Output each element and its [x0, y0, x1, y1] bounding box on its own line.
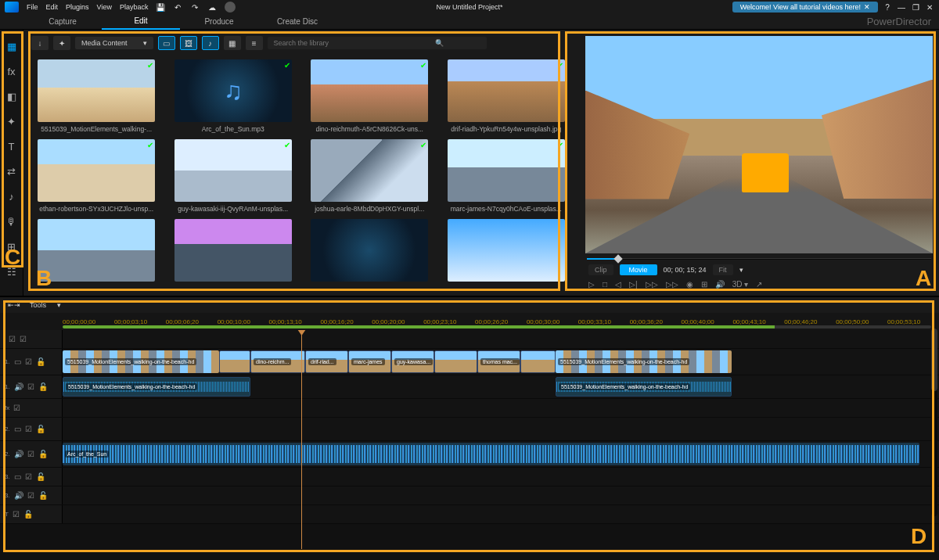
3d-dropdown[interactable]: 3D ▾	[732, 280, 749, 289]
media-thumb[interactable]	[38, 219, 155, 282]
media-item[interactable]	[168, 219, 299, 285]
timeline-clip[interactable]: thomas mac...	[477, 350, 520, 373]
track-toggle-icon[interactable]: 🔊	[14, 491, 23, 500]
track-lane[interactable]: Arc_of_the_Sun	[63, 441, 939, 467]
timeline-clip[interactable]: 5515039_MotionElements_walking-on-the-be…	[63, 377, 250, 397]
avatar-icon[interactable]	[225, 2, 236, 13]
media-thumb[interactable]: ✔	[311, 59, 428, 122]
media-thumb[interactable]	[448, 219, 565, 282]
menu-plugins[interactable]: Plugins	[66, 3, 89, 11]
timeline-ruler[interactable]: 00;00;00;0000;00;03;1000;00;06;2000;00;1…	[0, 313, 939, 330]
menu-view[interactable]: View	[97, 3, 112, 11]
timeline-clip[interactable]: 5515039_MotionElements_walking-on-the-be…	[556, 350, 732, 373]
track-toggle-icon[interactable]: ▭	[14, 472, 21, 481]
library-filter-dropdown[interactable]: Media Content ▾	[75, 37, 153, 49]
mode-movie-button[interactable]: Movie	[620, 264, 657, 275]
media-item[interactable]: ✔drif-riadh-YpkuRn54y4w-unsplash.jpg	[441, 59, 572, 133]
track-header[interactable]: 3.🔊☑🔓	[0, 486, 63, 504]
track-toggle-icon[interactable]: ☑	[27, 450, 34, 458]
filter-audio-button[interactable]: ♪	[202, 36, 219, 50]
track-toggle-icon[interactable]: 🔓	[36, 357, 45, 366]
track-toggle-icon[interactable]: ☑	[25, 357, 32, 366]
media-thumb[interactable]: ✔	[448, 59, 565, 122]
media-item[interactable]	[31, 219, 162, 285]
track-header[interactable]: 2.🔊☑🔓	[0, 441, 63, 467]
menu-edit[interactable]: Edit	[46, 3, 59, 11]
track-toggle-icon[interactable]: 🔓	[36, 425, 45, 433]
track-toggle-icon[interactable]: 🔊	[14, 450, 23, 458]
title-room-icon[interactable]: T	[5, 139, 19, 153]
timeline-clip[interactable]	[434, 350, 477, 373]
media-item[interactable]: ✔marc-james-N7cqy0hCAoE-unsplas...	[441, 139, 572, 213]
upload-icon[interactable]: ☁	[207, 2, 217, 12]
timeline-clip[interactable]	[219, 350, 250, 373]
media-thumb[interactable]: ♫✔	[174, 59, 292, 122]
prev-frame-icon[interactable]: ◁	[615, 280, 621, 289]
minimize-icon[interactable]: —	[897, 2, 906, 12]
playhead[interactable]	[301, 330, 302, 549]
help-icon[interactable]: ?	[883, 2, 892, 12]
track-toggle-icon[interactable]: ▭	[14, 357, 21, 366]
track-toggle-icon[interactable]: ☑	[25, 472, 32, 481]
timeline-clip[interactable]: marc-james	[348, 350, 391, 373]
track-header[interactable]: 1.▭☑🔓	[0, 349, 63, 375]
tab-produce[interactable]: Produce	[180, 14, 258, 29]
play-icon[interactable]: ▷	[588, 280, 595, 289]
close-icon[interactable]: ✕	[864, 3, 870, 11]
particle-room-icon[interactable]: ✦	[5, 114, 19, 128]
track-lane[interactable]	[63, 505, 939, 523]
subtitle-room-icon[interactable]: ☷	[5, 264, 19, 278]
media-item[interactable]: ✔dino-reichmuth-A5rCN8626Ck-uns...	[304, 59, 435, 133]
track-toggle-icon[interactable]: ☑	[20, 335, 27, 343]
volume-icon[interactable]: 🔊	[715, 280, 725, 289]
track-toggle-icon[interactable]: ☑	[27, 382, 34, 391]
track-lane[interactable]	[63, 468, 939, 486]
import-button[interactable]: ↓	[31, 36, 49, 50]
track-toggle-icon[interactable]: 🔊	[14, 382, 23, 391]
audio-room-icon[interactable]: ♪	[5, 189, 19, 203]
stop-icon[interactable]: □	[603, 280, 607, 289]
track-toggle-icon[interactable]: ☑	[13, 510, 20, 519]
filter-video-button[interactable]: ▭	[158, 36, 175, 50]
chevron-down-icon[interactable]: ▾	[739, 266, 743, 274]
plugin-button[interactable]: ✦	[53, 36, 70, 50]
track-toggle-icon[interactable]: 🔓	[36, 472, 45, 481]
undo-icon[interactable]: ↶	[173, 2, 182, 12]
track-toggle-icon[interactable]: 🔓	[38, 382, 48, 391]
track-header[interactable]: 1.🔊☑🔓	[0, 375, 63, 398]
media-item[interactable]	[441, 219, 572, 285]
media-room-icon[interactable]: ▦	[5, 39, 19, 53]
media-thumb[interactable]	[311, 219, 428, 282]
track-lane[interactable]	[63, 486, 939, 504]
save-icon[interactable]: 💾	[156, 2, 165, 12]
grid-view-button[interactable]: ▦	[224, 36, 241, 50]
timeline-clip[interactable]: 5515039_MotionElements_walking-on-the-be…	[63, 350, 219, 373]
track-lane[interactable]: 5515039_MotionElements_walking-on-the-be…	[63, 349, 939, 375]
close-window-icon[interactable]: ✕	[925, 2, 934, 12]
track-toggle-icon[interactable]: 🔓	[38, 491, 48, 500]
tab-edit[interactable]: Edit	[102, 13, 180, 30]
popout-icon[interactable]: ↗	[756, 280, 762, 289]
track-toggle-icon[interactable]: 🔓	[38, 450, 48, 458]
track-header[interactable]: ☑☑	[0, 330, 63, 348]
timeline-scrollbar[interactable]	[931, 328, 937, 516]
preview-scrubber[interactable]	[584, 255, 934, 263]
fx-room-icon[interactable]: fx	[5, 64, 19, 78]
timeline-clip[interactable]: guy-kawasa...	[391, 350, 434, 373]
search-box[interactable]: 🔍	[268, 37, 487, 49]
snapshot-icon[interactable]: ◉	[686, 280, 693, 289]
timeline-clip[interactable]: 5515039_MotionElements_walking-on-the-be…	[556, 377, 732, 397]
search-icon[interactable]: 🔍	[435, 39, 444, 47]
media-thumb[interactable]: ✔	[311, 139, 428, 202]
snap-icon[interactable]: ⇤⇥	[8, 301, 20, 309]
fit-dropdown[interactable]: Fit	[713, 264, 733, 275]
pip-room-icon[interactable]: ◧	[5, 89, 19, 103]
media-item[interactable]: ✔5515039_MotionElements_walking-...	[31, 59, 162, 133]
timeline-clip[interactable]: Arc_of_the_Sun	[63, 443, 919, 465]
timeline-clip[interactable]	[520, 350, 556, 373]
menu-playback[interactable]: Playback	[120, 3, 149, 11]
grid-icon[interactable]: ⊞	[701, 280, 707, 289]
next-frame-icon[interactable]: ▷|	[629, 280, 638, 289]
list-view-button[interactable]: ≡	[246, 36, 263, 50]
voice-room-icon[interactable]: 🎙	[5, 214, 19, 228]
